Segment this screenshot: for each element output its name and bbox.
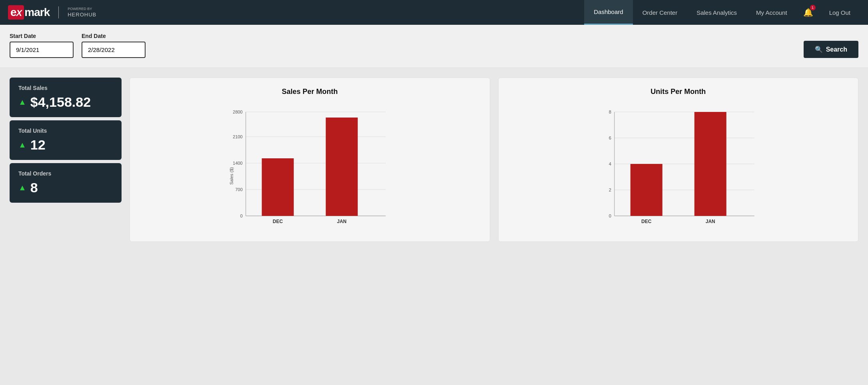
svg-text:JAN: JAN xyxy=(705,219,715,224)
start-date-input[interactable] xyxy=(10,42,74,58)
nav-logout[interactable]: Log Out xyxy=(820,0,860,25)
charts-area: Sales Per Month Sales ($) 0 700 14 xyxy=(130,78,858,242)
logo: eXmark POWERED BY HEROHUB xyxy=(8,5,96,20)
sales-chart-container: Sales ($) 0 700 1400 2100 xyxy=(138,104,482,233)
sales-bar-dec xyxy=(262,158,294,216)
units-bar-dec xyxy=(630,164,662,216)
total-orders-arrow: ▲ xyxy=(18,183,26,192)
units-chart-title: Units Per Month xyxy=(507,88,850,96)
units-chart-container: 0 2 4 6 8 xyxy=(507,104,850,233)
svg-text:2: 2 xyxy=(609,188,611,192)
end-date-group: End Date xyxy=(82,33,146,58)
svg-text:6: 6 xyxy=(609,136,611,140)
total-units-amount: 12 xyxy=(30,137,46,153)
search-button-label: Search xyxy=(826,46,847,53)
start-date-label: Start Date xyxy=(10,33,74,39)
units-chart-card: Units Per Month 0 2 4 6 xyxy=(498,78,859,242)
svg-text:4: 4 xyxy=(609,162,611,166)
sales-chart-title: Sales Per Month xyxy=(138,88,482,96)
total-units-card: Total Units ▲ 12 xyxy=(10,120,122,160)
total-sales-amount: $4,158.82 xyxy=(30,94,91,110)
logo-exmark: eXmark xyxy=(8,5,50,20)
svg-text:700: 700 xyxy=(235,187,242,192)
search-icon: 🔍 xyxy=(815,46,823,53)
filter-bar: Start Date End Date 🔍 Search xyxy=(0,25,868,68)
sales-y-axis-title: Sales ($) xyxy=(229,167,234,185)
total-orders-value: ▲ 8 xyxy=(18,180,113,195)
notification-badge: 1 xyxy=(810,5,816,10)
total-sales-value: ▲ $4,158.82 xyxy=(18,94,113,110)
nav-order-center[interactable]: Order Center xyxy=(633,0,687,25)
logo-divider xyxy=(58,6,59,18)
units-bar-jan xyxy=(694,112,726,216)
total-units-value: ▲ 12 xyxy=(18,137,113,153)
total-orders-amount: 8 xyxy=(30,180,38,195)
svg-text:8: 8 xyxy=(609,110,611,114)
svg-text:0: 0 xyxy=(609,213,611,218)
search-button[interactable]: 🔍 Search xyxy=(804,41,858,58)
svg-text:0: 0 xyxy=(240,213,243,218)
logo-powered-text: POWERED BY xyxy=(68,7,96,11)
logo-herohub-text: HEROHUB xyxy=(68,12,96,18)
svg-text:2800: 2800 xyxy=(233,110,242,114)
end-date-label: End Date xyxy=(82,33,146,39)
total-sales-arrow: ▲ xyxy=(18,98,26,107)
svg-text:1400: 1400 xyxy=(233,161,242,166)
logo-e-box: eX xyxy=(8,5,24,20)
svg-text:DEC: DEC xyxy=(641,219,652,224)
total-units-label: Total Units xyxy=(18,128,113,134)
nav-sales-analytics[interactable]: Sales Analytics xyxy=(687,0,746,25)
sales-chart-card: Sales Per Month Sales ($) 0 700 14 xyxy=(130,78,490,242)
notification-bell[interactable]: 🔔 1 xyxy=(797,0,820,25)
nav-links: Dashboard Order Center Sales Analytics M… xyxy=(584,0,860,25)
total-orders-label: Total Orders xyxy=(18,170,113,177)
svg-text:DEC: DEC xyxy=(273,219,283,224)
total-sales-card: Total Sales ▲ $4,158.82 xyxy=(10,78,122,117)
sales-bar-chart: Sales ($) 0 700 1400 2100 xyxy=(138,104,482,232)
sales-bar-jan xyxy=(326,118,358,216)
main-content: Total Sales ▲ $4,158.82 Total Units ▲ 12… xyxy=(0,68,868,251)
total-sales-label: Total Sales xyxy=(18,85,113,91)
stat-cards: Total Sales ▲ $4,158.82 Total Units ▲ 12… xyxy=(10,78,122,203)
start-date-group: Start Date xyxy=(10,33,74,58)
svg-text:2100: 2100 xyxy=(233,134,242,139)
logo-herohub-wrapper: POWERED BY HEROHUB xyxy=(68,7,96,18)
svg-text:JAN: JAN xyxy=(337,219,347,224)
end-date-input[interactable] xyxy=(82,42,146,58)
total-orders-card: Total Orders ▲ 8 xyxy=(10,163,122,203)
logo-mark-text: mark xyxy=(24,6,50,19)
navbar: eXmark POWERED BY HEROHUB Dashboard Orde… xyxy=(0,0,868,25)
nav-dashboard[interactable]: Dashboard xyxy=(584,0,633,25)
units-bar-chart: 0 2 4 6 8 xyxy=(507,104,850,232)
total-units-arrow: ▲ xyxy=(18,140,26,150)
nav-my-account[interactable]: My Account xyxy=(746,0,797,25)
